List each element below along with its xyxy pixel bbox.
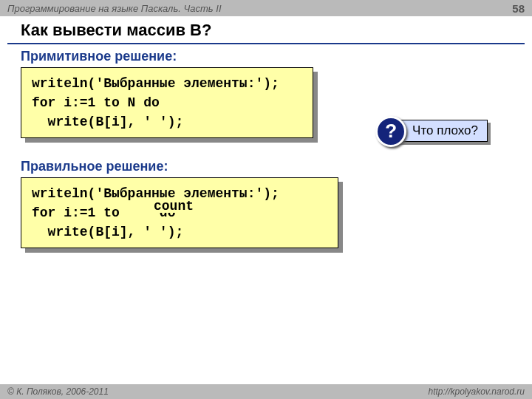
- section2-label: Правильное решение:: [21, 159, 532, 174]
- count-annotation: count: [154, 200, 194, 213]
- footer-url: http://kpolyakov.narod.ru: [428, 386, 525, 397]
- code-line: write(B[i], ' ');: [32, 225, 183, 239]
- footer-bar: © К. Поляков, 2006-2011 http://kpolyakov…: [0, 384, 532, 399]
- page-number: 58: [512, 2, 525, 15]
- slide-title: Как вывести массив B?: [7, 16, 525, 44]
- callout: ? Что плохо?: [388, 120, 488, 142]
- section1-label: Примитивное решение:: [21, 49, 532, 64]
- course-title: Программирование на языке Паскаль. Часть…: [7, 3, 222, 14]
- code-block-correct: writeln('Выбранные элементы:'); for i:=1…: [21, 177, 338, 248]
- callout-text: Что плохо?: [412, 123, 478, 137]
- header-bar: Программирование на языке Паскаль. Часть…: [0, 0, 532, 16]
- copyright: © К. Поляков, 2006-2011: [7, 386, 109, 397]
- question-mark-icon: ?: [375, 116, 406, 147]
- code-block-primitive: writeln('Выбранные элементы:'); for i:=1…: [21, 67, 313, 138]
- code-line: write(B[i], ' ');: [32, 115, 183, 129]
- code-line: for i:=1 to N do: [32, 95, 160, 110]
- callout-box: ? Что плохо?: [388, 120, 488, 142]
- code-content: writeln('Выбранные элементы:'); for i:=1…: [21, 67, 313, 138]
- code-line: writeln('Выбранные элементы:');: [32, 76, 279, 91]
